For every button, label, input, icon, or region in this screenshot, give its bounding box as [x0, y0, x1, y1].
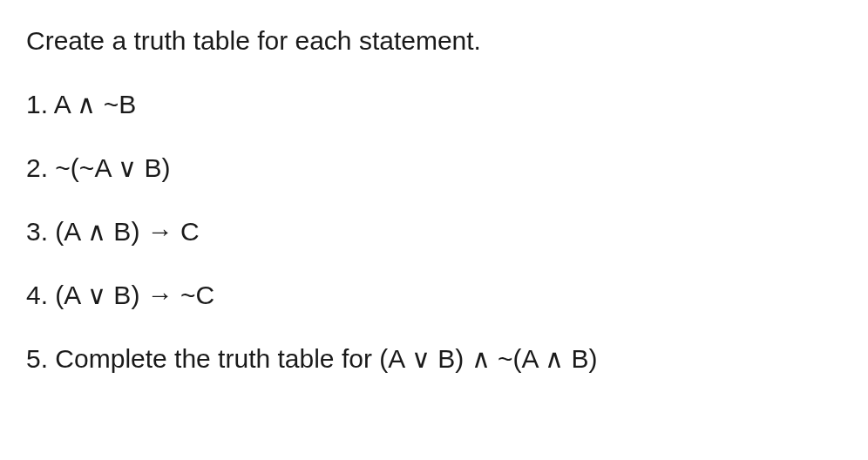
problem-3: 3. (A ∧ B) → C [26, 212, 842, 251]
instruction-text: Create a truth table for each statement. [26, 21, 842, 60]
problem-2: 2. ~(~A ∨ B) [26, 148, 842, 187]
problem-4: 4. (A ∨ B) → ~C [26, 275, 842, 315]
problem-5: 5. Complete the truth table for (A ∨ B) … [26, 339, 842, 378]
problem-1: 1. A ∧ ~B [26, 85, 842, 124]
